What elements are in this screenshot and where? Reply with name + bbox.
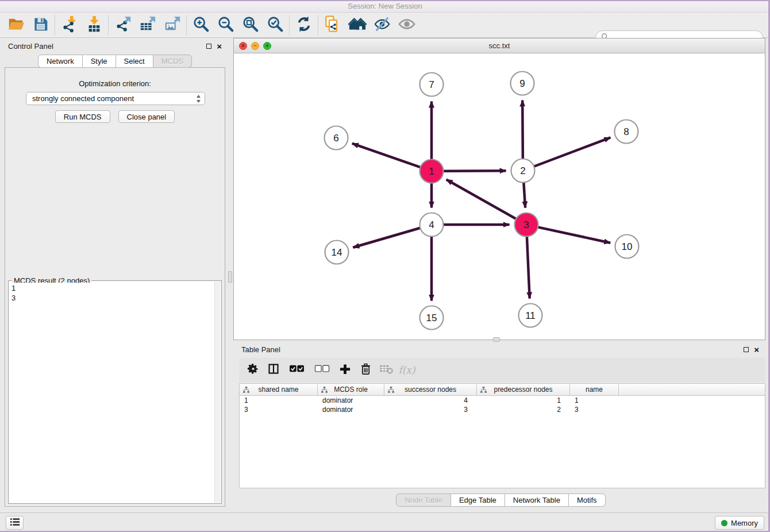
main-toolbar bbox=[0, 13, 770, 38]
edge-2-9[interactable] bbox=[522, 100, 523, 159]
mcds-result-scrollbar[interactable] bbox=[214, 282, 221, 503]
column-header-mcds-role[interactable]: MCDS role bbox=[318, 384, 384, 395]
import-table-button[interactable] bbox=[82, 14, 106, 36]
cell-name[interactable]: 3 bbox=[570, 405, 619, 414]
maximize-window-icon[interactable]: + bbox=[263, 42, 271, 50]
table-row[interactable]: 3dominator323 bbox=[240, 405, 765, 414]
export-table-button[interactable] bbox=[135, 14, 160, 36]
window-titlebar[interactable]: Session: New Session bbox=[0, 0, 770, 13]
apply-preferred-layout-button[interactable] bbox=[291, 14, 316, 36]
cell-mcds-role[interactable]: dominator bbox=[318, 396, 384, 405]
cell-successor-nodes[interactable]: 3 bbox=[384, 405, 477, 414]
zoom-out-icon bbox=[217, 16, 234, 35]
float-table-panel-icon[interactable] bbox=[744, 347, 749, 352]
toolbar-separator bbox=[108, 16, 109, 35]
close-panel-icon[interactable]: × bbox=[217, 44, 222, 49]
column-header-name[interactable]: name bbox=[570, 384, 619, 395]
show-all-button[interactable] bbox=[394, 14, 419, 36]
task-history-button[interactable] bbox=[6, 516, 24, 530]
close-table-panel-icon[interactable]: × bbox=[754, 347, 759, 352]
select-all-columns-button[interactable] bbox=[286, 361, 307, 379]
toolbar-separator bbox=[318, 16, 318, 35]
import-table-icon bbox=[86, 16, 103, 35]
new-network-from-selection-icon bbox=[324, 16, 341, 35]
tab-edge-table[interactable]: Edge Table bbox=[451, 494, 505, 507]
column-header-successor-nodes[interactable]: successor nodes bbox=[384, 384, 477, 395]
delete-table-icon bbox=[379, 364, 394, 377]
node-table: shared nameMCDS rolesuccessor nodesprede… bbox=[239, 383, 765, 488]
tab-node-table[interactable]: Node Table bbox=[396, 494, 451, 507]
float-panel-icon[interactable] bbox=[206, 44, 211, 49]
column-label: successor nodes bbox=[405, 385, 456, 394]
column-header-shared-name[interactable]: shared name bbox=[240, 384, 318, 395]
tab-style[interactable]: Style bbox=[83, 55, 116, 68]
control-panel-tabs: NetworkStyleSelectMCDS bbox=[0, 55, 230, 68]
hide-selected-icon bbox=[374, 16, 391, 35]
vertical-splitter-handle[interactable] bbox=[228, 271, 232, 283]
tab-network-table[interactable]: Network Table bbox=[505, 494, 569, 507]
table-mode-button[interactable] bbox=[245, 361, 261, 379]
hide-selected-button[interactable] bbox=[369, 14, 394, 36]
open-session-icon bbox=[7, 16, 25, 35]
show-columns-icon bbox=[268, 363, 279, 377]
edge-2-3[interactable] bbox=[523, 182, 525, 207]
edge-1-2[interactable] bbox=[443, 171, 506, 171]
tab-select[interactable]: Select bbox=[116, 55, 153, 68]
window-title: Session: New Session bbox=[348, 2, 422, 10]
delete-columns-button[interactable] bbox=[357, 361, 374, 379]
new-network-from-selection-button[interactable] bbox=[320, 14, 345, 36]
node-label-1: 1 bbox=[429, 166, 434, 177]
tab-network[interactable]: Network bbox=[38, 55, 83, 68]
close-window-icon[interactable]: × bbox=[239, 42, 247, 50]
function-builder-button: f(x) bbox=[399, 361, 415, 379]
network-graph[interactable]: 7968124314101511 bbox=[234, 53, 766, 340]
optimization-criterion-select[interactable]: strongly connected component bbox=[26, 92, 205, 105]
node-label-3: 3 bbox=[523, 219, 529, 230]
apply-preferred-layout-icon bbox=[295, 16, 313, 35]
node-label-15: 15 bbox=[426, 313, 437, 323]
import-network-button[interactable] bbox=[57, 14, 82, 36]
unselect-all-columns-button[interactable] bbox=[311, 361, 332, 379]
column-header-predecessor-nodes[interactable]: predecessor nodes bbox=[477, 384, 570, 395]
run-mcds-button[interactable]: Run MCDS bbox=[55, 110, 110, 123]
export-network-button[interactable] bbox=[110, 14, 135, 36]
node-label-6: 6 bbox=[333, 133, 338, 144]
add-column-button[interactable] bbox=[337, 361, 353, 379]
table-panel-title: Table Panel bbox=[241, 345, 280, 354]
open-session-button[interactable] bbox=[3, 14, 28, 36]
network-window-titlebar[interactable]: × − + scc.txt bbox=[234, 38, 765, 53]
close-panel-button[interactable]: Close panel bbox=[118, 110, 175, 123]
cell-shared-name[interactable]: 1 bbox=[240, 396, 318, 405]
window-frame-top bbox=[0, 0, 770, 1]
cell-predecessor-nodes[interactable]: 2 bbox=[477, 405, 570, 414]
edge-1-6[interactable] bbox=[352, 144, 421, 168]
edge-3-1[interactable] bbox=[446, 179, 516, 218]
edge-3-11[interactable] bbox=[527, 236, 530, 298]
cell-name[interactable]: 1 bbox=[570, 396, 619, 405]
table-row[interactable]: 1dominator411 bbox=[240, 396, 765, 405]
mcds-result-text[interactable]: 1 3 bbox=[9, 283, 214, 503]
export-image-button[interactable] bbox=[160, 14, 184, 36]
show-columns-button[interactable] bbox=[265, 361, 282, 379]
node-label-2: 2 bbox=[520, 165, 525, 176]
tab-motifs[interactable]: Motifs bbox=[569, 494, 606, 507]
zoom-out-button[interactable] bbox=[213, 14, 238, 36]
edge-4-14[interactable] bbox=[353, 228, 420, 248]
tab-mcds[interactable]: MCDS bbox=[153, 55, 192, 68]
cell-shared-name[interactable]: 3 bbox=[240, 405, 318, 414]
cell-mcds-role[interactable]: dominator bbox=[318, 405, 384, 414]
cell-successor-nodes[interactable]: 4 bbox=[384, 396, 477, 405]
edge-3-10[interactable] bbox=[538, 227, 610, 242]
zoom-in-button[interactable] bbox=[188, 14, 213, 36]
memory-button[interactable]: Memory bbox=[715, 516, 764, 530]
zoom-fit-button[interactable] bbox=[238, 14, 263, 36]
cell-predecessor-nodes[interactable]: 1 bbox=[477, 396, 570, 405]
horizontal-splitter-handle[interactable] bbox=[493, 337, 500, 342]
edge-2-8[interactable] bbox=[534, 137, 610, 166]
save-session-button[interactable] bbox=[28, 14, 53, 36]
network-canvas[interactable]: 7968124314101511 bbox=[234, 53, 765, 340]
zoom-selected-button[interactable] bbox=[263, 14, 287, 36]
first-neighbors-button[interactable] bbox=[345, 14, 369, 36]
select-stepper-icon bbox=[196, 94, 201, 107]
minimize-window-icon[interactable]: − bbox=[251, 42, 259, 50]
